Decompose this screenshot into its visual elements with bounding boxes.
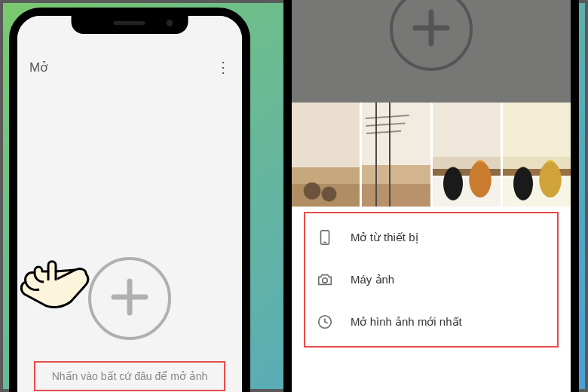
plus-icon xyxy=(410,7,452,52)
camera-icon xyxy=(316,271,334,289)
camera-option[interactable]: Máy ảnh xyxy=(305,259,557,301)
menu-item-label: Máy ảnh xyxy=(351,273,394,286)
smartphone-icon xyxy=(316,228,334,247)
image-picker-screen: Mở từ thiết bị Máy ảnh M xyxy=(292,0,571,392)
clock-icon xyxy=(316,313,334,331)
svg-point-6 xyxy=(323,278,327,283)
phone-notch xyxy=(72,14,188,34)
dimmed-background[interactable] xyxy=(292,0,571,103)
plus-icon xyxy=(109,276,151,321)
pointing-hand-icon xyxy=(9,249,92,320)
recent-photos-strip xyxy=(292,103,571,207)
photo-thumbnail[interactable] xyxy=(433,103,501,207)
open-image-screen[interactable]: Mở ⋮ Nhấn vào bất cứ đâu để mở ảnh xyxy=(17,16,242,392)
photo-thumbnail[interactable] xyxy=(292,103,360,207)
add-image-button[interactable] xyxy=(88,257,171,340)
hint-highlight-box: Nhấn vào bất cứ đâu để mở ảnh xyxy=(34,361,225,391)
menu-item-label: Mở hình ảnh mới nhất xyxy=(351,315,462,329)
page-title: Mở xyxy=(29,60,47,75)
hint-text: Nhấn vào bất cứ đâu để mở ảnh xyxy=(52,370,208,382)
phone-left: Mở ⋮ Nhấn vào bất cứ đâu để mở ảnh xyxy=(9,8,250,392)
header-bar: Mở ⋮ xyxy=(17,49,242,85)
phone-right: Mở từ thiết bị Máy ảnh M xyxy=(283,0,579,392)
source-menu-highlight-box: Mở từ thiết bị Máy ảnh M xyxy=(304,212,559,348)
open-latest-image-option[interactable]: Mở hình ảnh mới nhất xyxy=(305,301,557,343)
photo-thumbnail[interactable] xyxy=(362,103,430,207)
open-from-device-option[interactable]: Mở từ thiết bị xyxy=(305,216,557,259)
photo-thumbnail[interactable] xyxy=(503,103,571,207)
menu-item-label: Mở từ thiết bị xyxy=(351,231,418,244)
more-vertical-icon[interactable]: ⋮ xyxy=(216,63,230,72)
add-image-button-dimmed xyxy=(390,0,473,71)
